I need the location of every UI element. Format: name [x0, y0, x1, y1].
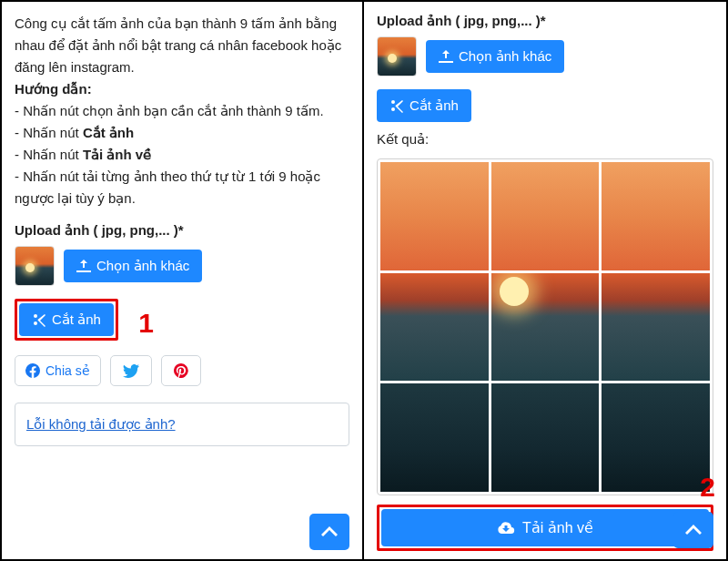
facebook-share-button[interactable]: Chia sẻ: [15, 355, 101, 386]
choose-image-button[interactable]: Chọn ảnh khác: [64, 250, 202, 282]
scissors-icon: [389, 98, 404, 113]
guide-step-4: - Nhấn nút tải từng ảnh theo thứ tự từ 1…: [15, 168, 320, 206]
twitter-share-button[interactable]: [110, 355, 152, 386]
guide-step-3a: - Nhấn nút: [15, 147, 83, 162]
result-tile[interactable]: [380, 383, 489, 492]
pinterest-icon: [174, 363, 188, 378]
cloud-download-icon: [497, 521, 515, 536]
step-number-1: 1: [138, 308, 154, 339]
error-link[interactable]: Lỗi không tải được ảnh?: [26, 416, 176, 432]
result-tile[interactable]: [380, 162, 489, 270]
choose-image-label-right: Chọn ảnh khác: [459, 48, 551, 65]
guide-step-3b: Tải ảnh về: [83, 147, 151, 162]
cut-image-label-right: Cắt ảnh: [410, 97, 459, 114]
result-grid-wrap: [377, 158, 713, 495]
cut-row: Cắt ảnh 1: [15, 299, 154, 341]
cut-row-right: Cắt ảnh: [377, 89, 713, 122]
result-tile[interactable]: [602, 273, 710, 382]
intro-text: Công cụ cắt tấm ảnh của bạn thành 9 tấm …: [15, 15, 341, 75]
twitter-icon: [123, 364, 139, 378]
guide-step-1: - Nhấn nút chọn ảnh bạn cần cắt ảnh thàn…: [15, 103, 324, 118]
upload-row-right: Chọn ảnh khác: [377, 36, 713, 76]
result-label: Kết quả:: [377, 131, 713, 148]
panel-right: Upload ảnh ( jpg, png,... )* Chọn ảnh kh…: [364, 2, 726, 559]
step-number-2: 2: [700, 472, 715, 503]
download-row: 2 Tải ảnh về: [377, 505, 713, 551]
choose-image-label: Chọn ảnh khác: [96, 258, 189, 274]
result-tile[interactable]: [602, 162, 710, 270]
download-all-button[interactable]: Tải ảnh về: [381, 509, 709, 546]
scissors-icon: [32, 312, 46, 327]
chevron-up-icon: [321, 526, 338, 537]
facebook-icon: [25, 363, 40, 378]
share-row: Chia sẻ: [15, 355, 349, 386]
error-box: Lỗi không tải được ảnh?: [15, 403, 349, 446]
upload-row-left: Chọn ảnh khác: [15, 246, 349, 286]
result-tile[interactable]: [380, 273, 489, 382]
result-tile[interactable]: [491, 162, 600, 270]
result-grid: [380, 162, 710, 492]
result-tile[interactable]: [602, 383, 710, 492]
guide-step-2a: - Nhấn nút: [15, 125, 83, 140]
cut-image-button-right[interactable]: Cắt ảnh: [377, 89, 471, 122]
cut-image-label: Cắt ảnh: [52, 311, 101, 328]
upload-icon: [439, 50, 453, 63]
scroll-to-top-button-left[interactable]: [309, 514, 349, 550]
choose-image-button-right[interactable]: Chọn ảnh khác: [426, 40, 564, 73]
result-tile[interactable]: [491, 383, 600, 492]
upload-label-left: Upload ảnh ( jpg, png,... )*: [15, 222, 349, 239]
cut-image-button[interactable]: Cắt ảnh: [19, 303, 114, 336]
step-2-highlight: Tải ảnh về: [377, 505, 713, 551]
description-block: Công cụ cắt tấm ảnh của bạn thành 9 tấm …: [15, 13, 349, 209]
upload-icon: [76, 260, 91, 272]
guide-title: Hướng dẫn:: [15, 81, 92, 97]
download-all-label: Tải ảnh về: [522, 519, 593, 536]
panel-left: Công cụ cắt tấm ảnh của bạn thành 9 tấm …: [2, 2, 364, 559]
guide-step-2b: Cắt ảnh: [83, 125, 134, 140]
thumbnail-preview: [15, 246, 55, 286]
facebook-share-label: Chia sẻ: [46, 363, 90, 378]
app-container: Công cụ cắt tấm ảnh của bạn thành 9 tấm …: [0, 0, 728, 561]
upload-label-right: Upload ảnh ( jpg, png,... )*: [377, 13, 713, 29]
result-tile[interactable]: [491, 273, 600, 382]
step-1-highlight: Cắt ảnh: [15, 299, 118, 341]
thumbnail-preview-right: [377, 36, 417, 76]
scroll-to-top-button-right[interactable]: [673, 512, 713, 548]
chevron-up-icon: [685, 525, 702, 536]
pinterest-share-button[interactable]: [161, 355, 201, 386]
